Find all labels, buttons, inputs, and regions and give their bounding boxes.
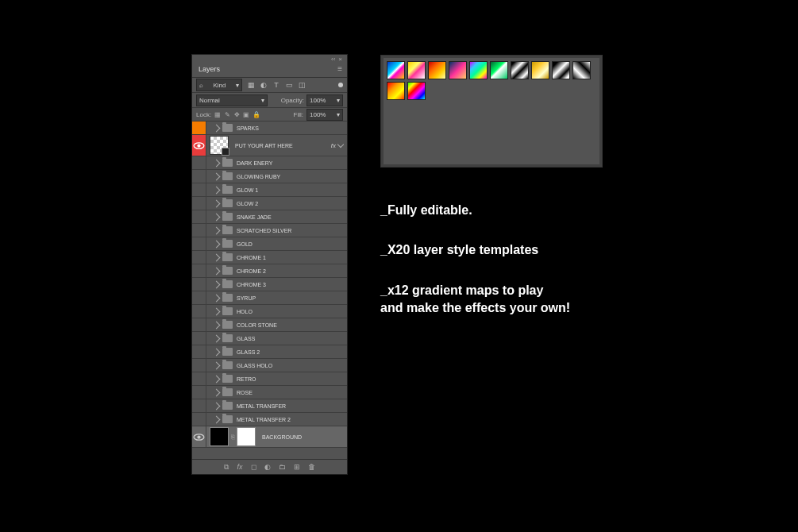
- gradient-preset[interactable]: [552, 61, 570, 79]
- new-group-icon[interactable]: 🗀: [279, 463, 286, 471]
- layer-folder-sparks[interactable]: SPARKS: [192, 121, 347, 135]
- chevron-right-icon[interactable]: [213, 361, 221, 369]
- layer-folder[interactable]: DARK ENERY: [192, 156, 347, 170]
- chevron-right-icon[interactable]: [213, 294, 221, 302]
- chevron-right-icon[interactable]: [213, 186, 221, 194]
- visibility-toggle[interactable]: [192, 426, 206, 447]
- chevron-right-icon[interactable]: [213, 388, 221, 396]
- visibility-toggle[interactable]: [192, 399, 206, 412]
- layer-folder[interactable]: ROSE: [192, 386, 347, 399]
- filter-type-icon[interactable]: T: [272, 81, 280, 89]
- visibility-toggle[interactable]: [192, 237, 206, 250]
- visibility-toggle[interactable]: [192, 197, 206, 210]
- new-layer-icon[interactable]: ⊞: [294, 463, 300, 471]
- lock-all-icon[interactable]: 🔒: [253, 111, 259, 118]
- layer-folder[interactable]: RETRO: [192, 372, 347, 386]
- chevron-right-icon[interactable]: [213, 172, 221, 180]
- gradient-preset[interactable]: [490, 61, 508, 79]
- layer-folder[interactable]: GOLD: [192, 237, 347, 251]
- chevron-right-icon[interactable]: [213, 253, 221, 261]
- lock-pixels-icon[interactable]: ✎: [224, 111, 230, 118]
- trash-icon[interactable]: 🗑: [308, 463, 315, 471]
- filter-shape-icon[interactable]: ▭: [285, 81, 293, 89]
- gradient-preset[interactable]: [407, 82, 426, 100]
- lock-transparent-icon[interactable]: ▦: [214, 111, 221, 118]
- layer-folder[interactable]: SNAKE JADE: [192, 210, 347, 224]
- layer-folder[interactable]: GLASS 2: [192, 345, 347, 359]
- visibility-toggle[interactable]: [192, 332, 206, 345]
- layer-folder[interactable]: GLASS HOLO: [192, 359, 347, 372]
- visibility-toggle[interactable]: [192, 135, 206, 156]
- chevron-right-icon[interactable]: [213, 348, 221, 356]
- gradient-preset[interactable]: [387, 82, 405, 100]
- chevron-right-icon[interactable]: [213, 402, 221, 410]
- visibility-toggle[interactable]: [192, 372, 206, 385]
- chevron-right-icon[interactable]: [213, 226, 221, 234]
- gradient-preset[interactable]: [469, 61, 488, 79]
- tab-layers[interactable]: Layers: [192, 63, 226, 77]
- layer-folder[interactable]: GLOW 2: [192, 197, 347, 210]
- filter-pixel-icon[interactable]: ▦: [247, 81, 255, 89]
- visibility-toggle[interactable]: [192, 413, 206, 426]
- layer-art[interactable]: PUT YOUR ART HERE fx: [192, 135, 347, 156]
- visibility-toggle[interactable]: [192, 359, 206, 372]
- layer-folder[interactable]: GLASS: [192, 332, 347, 345]
- visibility-toggle[interactable]: [192, 156, 206, 169]
- layer-folder[interactable]: HOLO: [192, 305, 347, 318]
- chevron-right-icon[interactable]: [213, 321, 221, 329]
- gradient-preset[interactable]: [572, 61, 591, 79]
- visibility-toggle[interactable]: [192, 210, 206, 223]
- visibility-toggle[interactable]: [192, 345, 206, 358]
- fx-icon[interactable]: fx: [237, 463, 242, 471]
- adjustment-icon[interactable]: ◐: [264, 463, 271, 471]
- gradient-preset[interactable]: [387, 61, 405, 79]
- filter-adjustment-icon[interactable]: ◐: [260, 81, 268, 89]
- gradient-preset[interactable]: [511, 61, 529, 79]
- gradient-preset[interactable]: [449, 61, 467, 79]
- chevron-right-icon[interactable]: [213, 240, 221, 248]
- layer-folder[interactable]: GLOWING RUBY: [192, 170, 347, 183]
- mask-icon[interactable]: ◻: [251, 463, 256, 471]
- visibility-toggle[interactable]: [192, 264, 206, 277]
- visibility-toggle[interactable]: [192, 305, 206, 318]
- visibility-toggle[interactable]: [192, 170, 206, 183]
- layer-folder[interactable]: CHROME 3: [192, 278, 347, 291]
- chevron-right-icon[interactable]: [213, 280, 221, 288]
- chevron-right-icon[interactable]: [213, 213, 221, 221]
- layer-folder[interactable]: METAL TRANSFER: [192, 399, 347, 413]
- layer-folder[interactable]: SYRUP: [192, 291, 347, 305]
- visibility-toggle[interactable]: [192, 291, 206, 304]
- opacity-input[interactable]: 100%▾: [306, 94, 343, 106]
- visibility-toggle[interactable]: [192, 318, 206, 331]
- lock-artboard-icon[interactable]: ▣: [243, 111, 249, 118]
- chevron-down-icon[interactable]: [337, 141, 344, 148]
- visibility-toggle[interactable]: [192, 278, 206, 291]
- close-icon[interactable]: ×: [338, 56, 342, 63]
- chevron-right-icon[interactable]: [213, 159, 221, 167]
- lock-position-icon[interactable]: ✥: [233, 111, 240, 118]
- chevron-right-icon[interactable]: [213, 375, 221, 383]
- chevron-right-icon[interactable]: [213, 307, 221, 315]
- panel-menu-icon[interactable]: ≡: [333, 63, 347, 77]
- collapse-icon[interactable]: ‹‹: [331, 56, 335, 63]
- gradient-preset[interactable]: [531, 61, 549, 79]
- visibility-toggle[interactable]: [192, 121, 206, 134]
- layer-folder[interactable]: SCRATCHED SILVER: [192, 224, 347, 237]
- gradient-preset[interactable]: [407, 61, 426, 79]
- gradient-preset[interactable]: [428, 61, 446, 79]
- chevron-right-icon[interactable]: [213, 199, 221, 207]
- layer-folder[interactable]: METAL TRANSFER 2: [192, 413, 347, 426]
- visibility-toggle[interactable]: [192, 251, 206, 264]
- visibility-toggle[interactable]: [192, 183, 206, 196]
- chevron-right-icon[interactable]: [213, 334, 221, 342]
- filter-toggle[interactable]: [338, 83, 343, 87]
- layer-background[interactable]: ⎘ BACKGROUND: [192, 426, 347, 448]
- fill-input[interactable]: 100%▾: [306, 109, 343, 121]
- layer-folder[interactable]: COLOR STONE: [192, 318, 347, 332]
- blend-mode-select[interactable]: Normal▾: [196, 94, 268, 106]
- fx-badge[interactable]: fx: [331, 142, 336, 149]
- chevron-right-icon[interactable]: [213, 267, 221, 275]
- chevron-right-icon[interactable]: [213, 415, 221, 423]
- layer-folder[interactable]: CHROME 1: [192, 251, 347, 264]
- visibility-toggle[interactable]: [192, 224, 206, 237]
